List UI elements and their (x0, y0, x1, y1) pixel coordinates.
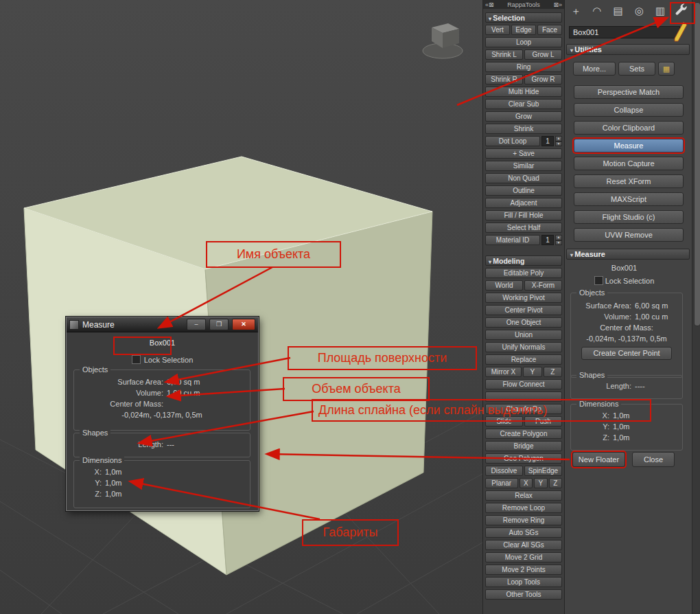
utility-button-motion-capture[interactable]: Motion Capture (574, 157, 684, 170)
rt-button-remove-loop[interactable]: Remove Loop (485, 503, 562, 513)
rt-button-outline[interactable]: Outline (485, 185, 562, 196)
rt-button-face[interactable]: Face (537, 25, 562, 35)
rt-button-move-2-points[interactable]: Move 2 Points (485, 565, 562, 575)
utility-button-flight-studio-c[interactable]: Flight Studio (c) (574, 210, 684, 224)
rt-button-working-pivot[interactable]: Working Pivot (485, 293, 562, 303)
rt-button-grow-l[interactable]: Grow L (524, 49, 562, 60)
section-header-selection[interactable]: Selection (485, 12, 562, 23)
rt-button-dissolve[interactable]: Dissolve (485, 466, 523, 476)
rt-button-relax[interactable]: Relax (485, 490, 562, 501)
rt-button-grow[interactable]: Grow (485, 111, 562, 122)
rt-button-material-id[interactable]: Material ID (485, 235, 540, 245)
rt-button-remove-ring[interactable]: Remove Ring (485, 515, 562, 525)
utility-button-maxscript[interactable]: MAXScript (574, 192, 684, 206)
rt-button-replace[interactable]: Replace (485, 354, 562, 365)
utility-button-measure[interactable]: Measure (574, 139, 684, 152)
dialog-title: Measure (82, 320, 183, 330)
rt-button-flow-connect[interactable]: Flow Connect (485, 379, 562, 389)
rt-button-x[interactable]: X (520, 478, 533, 488)
rt-button-edge[interactable]: Edge (511, 25, 536, 35)
rt-button-union[interactable]: Union (485, 330, 562, 340)
lock-selection-checkbox[interactable] (132, 355, 141, 364)
dot-loop-value[interactable]: 1 (541, 136, 554, 146)
rt-button-y[interactable]: Y (523, 367, 542, 377)
rt-button-y[interactable]: Y (534, 478, 548, 488)
rt-button-non-quad[interactable]: Non Quad (485, 173, 562, 183)
material-id-value[interactable]: 1 (541, 235, 554, 245)
section-header-modeling[interactable]: Modeling (485, 255, 562, 266)
rt-button-move-2-grid[interactable]: Move 2 Grid (485, 552, 562, 562)
rt-button-select-half[interactable]: Select Half (485, 223, 562, 233)
new-floater-button[interactable]: New Floater (572, 452, 625, 467)
rt-button-bridge[interactable]: Bridge (485, 441, 562, 451)
rt-button-fill-fill-hole[interactable]: Fill / Fill Hole (485, 210, 562, 220)
rt-button-clear-all-sgs[interactable]: Clear All SGs (485, 540, 562, 550)
close-icon[interactable]: ✕ (232, 319, 255, 330)
rt-button-z[interactable]: Z (544, 367, 563, 377)
rt-button-one-object[interactable]: One Object (485, 317, 562, 328)
scrollbar-thumb[interactable] (694, 2, 700, 326)
rollout-lock-selection-checkbox[interactable] (594, 276, 603, 285)
dot-loop-spinner[interactable]: ▲▼ (555, 136, 562, 146)
rt-button-x-form[interactable]: X-Form (524, 280, 562, 291)
rappatools-titlebar[interactable]: «⊠ RappaTools ⊠» (483, 0, 564, 9)
rt-button-editable-poly[interactable]: Editable Poly (485, 268, 562, 278)
create-center-point-button[interactable]: Create Center Point (581, 347, 672, 360)
display-icon[interactable]: ▥ (652, 5, 668, 17)
rt-button-grow-r[interactable]: Grow R (524, 74, 562, 84)
more-button[interactable]: More... (573, 62, 616, 76)
rt-button-shrink-l[interactable]: Shrink L (485, 49, 523, 60)
panel-scrollbar[interactable] (692, 0, 700, 614)
material-id-spinner[interactable]: ▲▼ (555, 235, 562, 245)
rt-button-shrink-r[interactable]: Shrink R (485, 74, 523, 84)
rt-button-save[interactable]: + Save (485, 148, 562, 159)
minimize-button[interactable]: – (187, 319, 206, 330)
close-button[interactable]: Close (632, 452, 675, 467)
dim-y-label: Y: (92, 477, 102, 488)
rt-button-mirror-x[interactable]: Mirror X (485, 367, 522, 377)
hierarchy-icon[interactable]: ▤ (610, 5, 627, 17)
viewport[interactable]: x (0, 0, 482, 614)
rt-button-auto-sgs[interactable]: Auto SGs (485, 527, 562, 538)
utility-button-perspective-match[interactable]: Perspective Match (574, 85, 684, 99)
rt-button-vert[interactable]: Vert (485, 25, 510, 35)
rt-button-loop-tools[interactable]: Loop Tools (485, 577, 562, 587)
rt-button-world[interactable]: World (485, 280, 523, 291)
rappatools-left-icons[interactable]: «⊠ (485, 1, 494, 8)
create-icon[interactable]: ＋ (568, 5, 584, 18)
rollout-lock-selection-label: Lock Selection (605, 277, 655, 285)
rt-button-adjacent[interactable]: Adjacent (485, 198, 562, 208)
rt-button-clear-sub[interactable]: Clear Sub (485, 99, 562, 109)
rt-button-shrink[interactable]: Shrink (485, 124, 562, 134)
rt-button-ring[interactable]: Ring (485, 62, 562, 72)
rt-button-spinedge[interactable]: SpinEdge (524, 466, 562, 476)
utility-button-uvw-remove[interactable]: UVW Remove (574, 228, 684, 242)
configure-button-sets-icon[interactable]: ▦ (658, 62, 675, 76)
utility-button-reset-xform[interactable]: Reset XForm (574, 174, 684, 188)
rt-button-geo-polygon[interactable]: Geo Polygon (485, 453, 562, 464)
dim-x-value: 1,0m (105, 468, 121, 476)
measure-rollout-header[interactable]: Measure (566, 249, 690, 260)
motion-icon[interactable]: ◎ (631, 5, 647, 17)
utilities-rollout-header[interactable]: Utilities (566, 44, 690, 55)
rt-button-other-tools[interactable]: Other Tools (485, 589, 562, 600)
rt-button-create-polygon[interactable]: Create Polygon (485, 429, 562, 439)
modify-icon[interactable]: ◠ (589, 5, 605, 17)
rt-button-loop[interactable]: Loop (485, 37, 562, 47)
rt-button-z[interactable]: Z (549, 478, 563, 488)
annotation-volume: Объем объекта (283, 377, 430, 401)
rollout-volume-label: Volume: (571, 311, 631, 322)
rappatools-right-icons[interactable]: ⊠» (553, 1, 562, 8)
rt-button-similar[interactable]: Similar (485, 161, 562, 171)
rt-button-planar[interactable]: Planar (485, 478, 518, 488)
sets-button[interactable]: Sets (618, 62, 655, 76)
maximize-button[interactable]: ❒ (209, 319, 229, 330)
rt-button-dot-loop[interactable]: Dot Loop (485, 136, 540, 146)
utility-button-color-clipboard[interactable]: Color Clipboard (574, 121, 684, 135)
rt-button-multi-hide[interactable]: Multi Hide (485, 87, 562, 97)
object-name-field[interactable] (569, 26, 680, 38)
dialog-titlebar[interactable]: Measure – ❒ ✕ (67, 317, 258, 332)
rt-button-unify-normals[interactable]: Unify Normals (485, 342, 562, 352)
rt-button-center-pivot[interactable]: Center Pivot (485, 305, 562, 315)
utility-button-collapse[interactable]: Collapse (574, 103, 684, 117)
